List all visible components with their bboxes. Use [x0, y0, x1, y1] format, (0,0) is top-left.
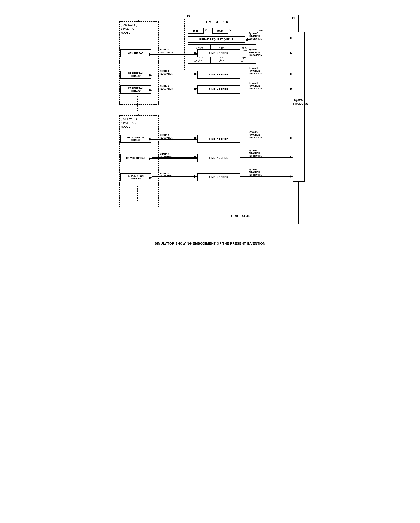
sysc-func-inv-peripheral-1: SystemCFUNCTIONINVOCATION — [249, 67, 262, 75]
tk-box-rtos: TIME KEEPER — [197, 135, 240, 143]
peripheral-thread-1-box: PERIPHERALTHREAD — [120, 71, 151, 79]
peripheral-thread-2-box: PERIPHERALTHREAD — [120, 85, 151, 94]
method-inv-cpu: METHODINVOCATION — [160, 48, 173, 54]
method-inv-driver: METHODINVOCATION — [160, 153, 173, 159]
method-inv-app: METHODINVOCATION — [160, 172, 173, 178]
tk-box-peripheral-2: TIME KEEPER — [197, 85, 240, 94]
tk-box-driver: TIME KEEPER — [197, 154, 240, 162]
dot-line-sw-2 — [221, 186, 221, 201]
tk-box-app: TIME KEEPER — [197, 173, 240, 181]
sysc-func-inv-driver: SystemCFUNCTIONINVOCATION — [249, 149, 262, 157]
method-inv-rtos: METHODINVOCATION — [160, 134, 173, 139]
hw-sim-label: (HARDWARE)SIMULATIONMODEL — [121, 23, 137, 35]
tk-box-cpu: TIME KEEPER — [197, 49, 240, 57]
sysc-func-inv-peripheral-2: SystemCFUNCTIONINVOCATION — [249, 82, 262, 90]
brq-label: BREAK REQUEST QUEUE — [199, 38, 234, 41]
tsim-x: X — [205, 29, 207, 32]
sysc-func-inv-cpu: SystemCFUNCTIONINVOCATION — [249, 48, 262, 57]
caption: SIMULATOR SHOWING EMBODIMENT OF THE PRES… — [114, 242, 306, 245]
tsim-label: Tsim — [193, 29, 198, 32]
application-thread-box: APPLICATIONTHREAD — [120, 173, 151, 181]
real-time-os-thread-box: REAL-TIME OSTHREAD — [120, 135, 151, 143]
sysc-func-inv-app: SystemCFUNCTIONINVOCATION — [249, 168, 262, 177]
driver-thread-box: DRIVER THREAD — [120, 154, 151, 162]
tk-box-peripheral-1: TIME KEEPER — [197, 71, 240, 79]
simulator-bottom-label: SIMULATOR — [184, 214, 298, 218]
label-ref-10: 10 — [187, 14, 190, 17]
sysc-func-inv-rtos: SystemCFUNCTIONINVOCATION — [249, 131, 262, 139]
label-ref-11: 11 — [292, 16, 295, 20]
tsum-y: Y — [230, 29, 231, 32]
brq-box: BREAK REQUEST QUEUE — [188, 36, 245, 43]
systnc-simulator-box — [293, 32, 305, 182]
dot-line-sw-1 — [137, 186, 137, 201]
brq-q: Q — [246, 38, 248, 41]
dot-line-hw-1 — [137, 96, 137, 111]
tsim-box: Tsim — [188, 28, 204, 34]
sysc-func-inv-main: SystemCFUNCTIONINVOCATION — [249, 32, 262, 41]
systnc-simulator-label: SystnCSIMULATOR — [293, 98, 305, 106]
label-ref-12: 12 — [259, 28, 263, 32]
tsum-label: Tsum — [217, 29, 223, 32]
dot-line-hw-2 — [221, 96, 221, 111]
diagram-area: 1 2 10 11 12 (HARDWARE)SIMULATIONMODEL (… — [114, 6, 306, 237]
tsum-box: Tsum — [212, 28, 228, 34]
page-container: 1 2 10 11 12 (HARDWARE)SIMULATIONMODEL (… — [114, 6, 306, 245]
sw-sim-label: (SOFTWARE)SIMULATIONMODEL — [121, 117, 137, 129]
time-keeper-title: TIME KEEPER — [206, 20, 229, 24]
method-inv-peripheral-2: METHODINVOCATION — [160, 85, 173, 90]
cpu-thread-box: CPU THREAD — [120, 49, 151, 57]
method-inv-peripheral-1: METHODINVOCATION — [160, 70, 173, 75]
